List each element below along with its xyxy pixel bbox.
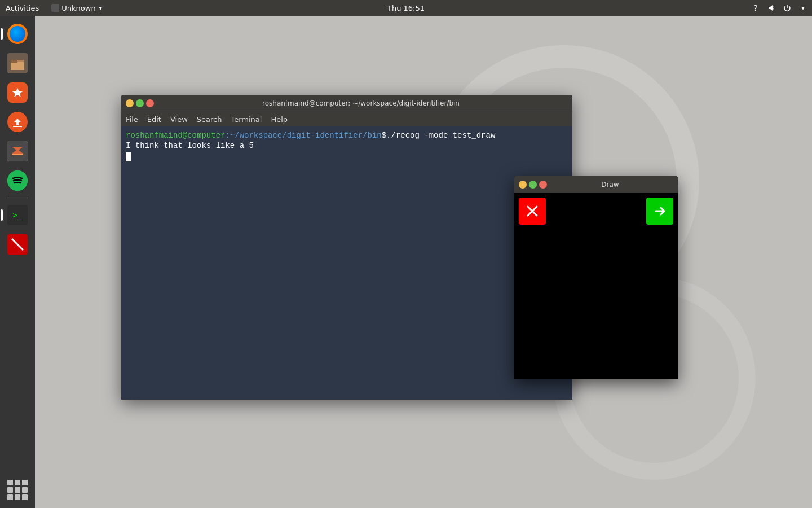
draw-title: Draw: [547, 181, 673, 189]
draw-clear-button[interactable]: [519, 198, 546, 225]
prompt-command: ./recog -mode test_draw: [386, 131, 495, 140]
menu-help[interactable]: Help: [271, 115, 288, 124]
topbar: Activities Unknown ▾ Thu 16:51 ? ▾: [0, 0, 812, 16]
spotify-icon: [7, 170, 28, 191]
terminal-title: roshanfmaind@computer: ~/workspace/digit…: [154, 99, 568, 107]
draw-titlebar: Draw: [514, 176, 678, 193]
sidebar-dock: >_: [0, 16, 35, 508]
topbar-right: ? ▾: [751, 3, 812, 12]
terminal-menubar: File Edit View Search Terminal Help: [121, 112, 572, 126]
menu-terminal[interactable]: Terminal: [231, 115, 262, 124]
sidebar-item-updater[interactable]: [4, 108, 31, 135]
topbar-left: Activities Unknown ▾: [0, 0, 107, 16]
terminal-cursor: [126, 152, 131, 161]
draw-canvas-area[interactable]: [514, 193, 678, 379]
sidebar-item-spotify[interactable]: [4, 167, 31, 194]
draw-next-button[interactable]: [646, 198, 673, 225]
desktop: Activities Unknown ▾ Thu 16:51 ? ▾: [0, 0, 812, 508]
draw-close-btn[interactable]: [539, 181, 547, 189]
firefox-icon: [7, 24, 28, 44]
topbar-clock: Thu 16:51: [387, 4, 425, 12]
system-menu-icon[interactable]: ▾: [798, 3, 807, 12]
menu-view[interactable]: View: [170, 115, 188, 124]
terminal-minimize-btn[interactable]: [126, 99, 134, 107]
svg-rect-1: [11, 60, 17, 63]
draw-window-controls: [519, 181, 547, 189]
appcenter-icon: [7, 82, 28, 103]
files-icon: [7, 53, 28, 73]
topbar-dropdown-icon: ▾: [99, 5, 102, 11]
menu-edit[interactable]: Edit: [147, 115, 161, 124]
terminal-icon: >_: [7, 205, 28, 225]
sidebar-item-stop[interactable]: [4, 231, 31, 258]
terminal-close-btn[interactable]: [146, 99, 154, 107]
sidebar-item-files[interactable]: [4, 50, 31, 77]
draw-minimize-btn[interactable]: [519, 181, 527, 189]
stop-icon: [7, 234, 28, 255]
terminal-output: I think that looks like a 5: [126, 141, 568, 150]
terminal-body[interactable]: roshanfmaind@computer:~/workspace/digit-…: [121, 126, 572, 400]
terminal-window: roshanfmaind@computer: ~/workspace/digit…: [121, 95, 572, 400]
topbar-appname[interactable]: Unknown ▾: [47, 4, 106, 12]
topbar-app-icon: [51, 4, 59, 12]
activities-button[interactable]: Activities: [0, 0, 45, 16]
draw-maximize-btn[interactable]: [529, 181, 537, 189]
volume-icon[interactable]: [767, 3, 776, 12]
power-icon[interactable]: [783, 3, 792, 12]
menu-search[interactable]: Search: [197, 115, 222, 124]
sidebar-item-apps-grid[interactable]: [4, 476, 31, 503]
menu-file[interactable]: File: [126, 115, 138, 124]
terminal-maximize-btn[interactable]: [136, 99, 144, 107]
sidebar-item-firefox[interactable]: [4, 20, 31, 47]
sidebar-item-sublime[interactable]: [4, 138, 31, 165]
prompt-symbol: $: [382, 131, 386, 140]
terminal-titlebar: roshanfmaind@computer: ~/workspace/digit…: [121, 95, 572, 112]
topbar-app-label: Unknown: [61, 4, 95, 12]
terminal-cursor-line: [126, 152, 568, 161]
terminal-prompt-line: roshanfmaind@computer:~/workspace/digit-…: [126, 131, 568, 140]
draw-window: Draw: [514, 176, 678, 379]
dock-separator: [7, 198, 28, 198]
terminal-window-controls: [126, 99, 154, 107]
sublime-icon: [7, 141, 28, 161]
updates-icon: [7, 112, 28, 132]
apps-grid-icon: [7, 480, 28, 500]
sidebar-item-appcenter[interactable]: [4, 79, 31, 106]
sidebar-item-terminal[interactable]: >_: [4, 202, 31, 229]
prompt-path: :~/workspace/digit-identifier/bin: [225, 131, 381, 140]
prompt-user: roshanfmaind@computer: [126, 131, 225, 140]
help-icon[interactable]: ?: [751, 3, 760, 12]
